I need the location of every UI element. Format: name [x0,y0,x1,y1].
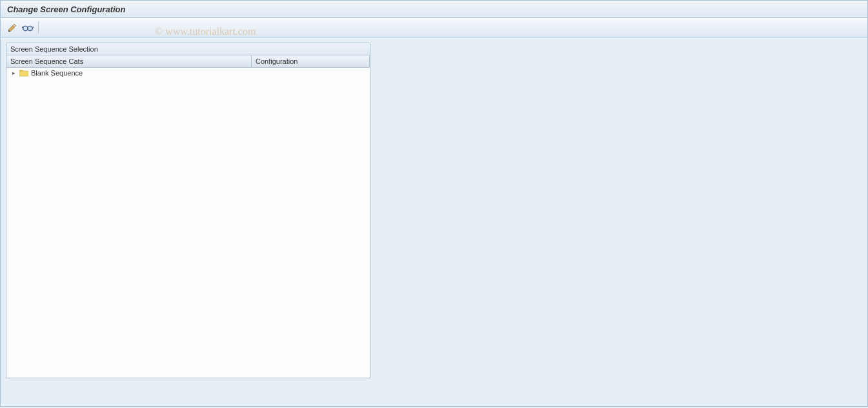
change-icon[interactable] [6,21,19,34]
title-bar: Change Screen Configuration [0,0,868,18]
table-header: Screen Sequence Cats Configuration [6,56,370,68]
tree-body: ▸ Blank Sequence [6,68,370,378]
tree-item-label: Blank Sequence [31,69,83,77]
folder-icon [19,69,28,77]
toolbar-divider [38,22,39,34]
page-title: Change Screen Configuration [7,5,125,14]
main-area: Screen Sequence Selection Screen Sequenc… [0,37,868,407]
expand-arrow-icon[interactable]: ▸ [10,70,17,76]
screen-sequence-panel: Screen Sequence Selection Screen Sequenc… [6,43,370,378]
column-header-cats[interactable]: Screen Sequence Cats [6,56,252,67]
svg-point-2 [24,26,27,30]
display-icon[interactable] [21,21,34,34]
tree-item-blank-sequence[interactable]: ▸ Blank Sequence [6,68,370,78]
column-header-config[interactable]: Configuration [252,56,370,67]
svg-point-3 [28,26,32,30]
panel-title: Screen Sequence Selection [6,43,370,56]
toolbar [0,18,868,37]
